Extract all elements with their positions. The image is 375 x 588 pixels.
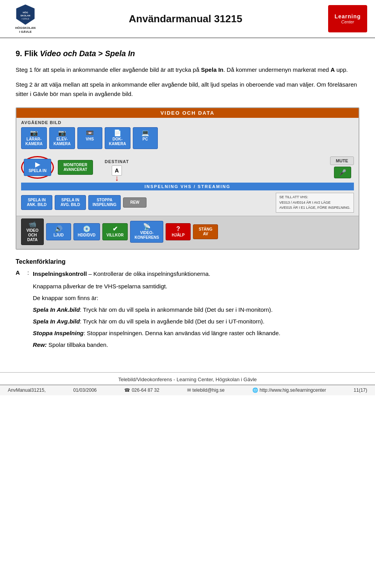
footer-website: http://www.hig.se/learningcenter <box>252 387 326 393</box>
camera-icon: 📷 <box>30 130 38 136</box>
legend-extra-6: Rew: Spolar tillbaka banden. <box>33 340 359 350</box>
legend-extra-2: De knappar som finns är: <box>33 293 359 303</box>
legend-extra-3: Spela In Ank.bild: Tryck här om du vill … <box>33 305 359 314</box>
ui-mute-button[interactable]: 🎤 <box>334 167 351 178</box>
ui-spela-in-circle: ▶ SPELA IN <box>21 156 54 179</box>
ui-btn-ljud[interactable]: 🔊 LJUD <box>46 223 71 240</box>
page-header: HÖG SKOLAN I GÄVLE HÖGSKOLAN I GÄVLE Anv… <box>0 0 375 38</box>
pc-icon: 💻 <box>141 130 149 136</box>
camera-icon-2: 📷 <box>58 130 66 136</box>
ui-btn-vhs[interactable]: 📼 VHS <box>77 127 102 149</box>
legend-section: Teckenförklaring A : Inspelningskontroll… <box>16 258 359 350</box>
ui-btn-dok-kamera[interactable]: 📄 DOK-KAMERA <box>105 127 130 149</box>
ui-btn-hjalp[interactable]: ? HJÄLP <box>166 223 191 240</box>
ui-btn-video-konferens[interactable]: 📡 VIDEO-KONFERENS <box>130 221 163 243</box>
svg-text:HÖG: HÖG <box>23 11 28 14</box>
conference-icon: 📡 <box>143 224 151 230</box>
ui-btn-monitorer[interactable]: MONITORERAVANCERAT <box>58 160 93 175</box>
ui-top-bar: VIDEO OCH DATA <box>16 108 359 118</box>
vhs-icon: 📼 <box>86 130 94 136</box>
ui-middle-section: ▶ SPELA IN MONITORERAVANCERAT DESTINAT A… <box>16 153 359 180</box>
ui-bottom-row: 📹 VIDEOOCHDATA 🔊 LJUD 💿 HDD/DVD ✔ VILLKO… <box>16 216 359 249</box>
ui-insp-bar: INSPELNING VHS / STREAMING <box>21 183 354 190</box>
footer-main: Telebild/Videokonferens - Learning Cente… <box>0 372 375 385</box>
play-icon: ▶ <box>35 162 40 168</box>
ui-mute-label: MUTE <box>330 156 354 165</box>
video-icon: 📹 <box>29 221 36 227</box>
ui-btn-elev-kamera[interactable]: 📷 ELEV-KAMERA <box>49 127 75 149</box>
legend-extra-1: Knapparna påverkar de tre VHS-spelarna s… <box>33 282 359 291</box>
svg-text:SKOLAN: SKOLAN <box>20 14 30 17</box>
email-icon <box>187 387 191 393</box>
ui-mute-section: MUTE 🎤 <box>330 156 354 178</box>
ui-btn-hdd-dvd[interactable]: 💿 HDD/DVD <box>73 223 100 240</box>
footer-email: telebild@hig.se <box>187 387 225 393</box>
legend-title: Teckenförklaring <box>16 258 359 265</box>
ui-btn-spela-in-ank[interactable]: SPELA INANK. BILD <box>21 195 52 210</box>
legend-extra-5: Stoppa Inspelning: Stoppar inspelningen.… <box>33 329 359 338</box>
learning-center-badge: Learning Center <box>328 5 367 32</box>
check-icon: ✔ <box>112 226 118 232</box>
ui-insp-info: SE TILL ATT VHS: VE013 / AVE014 ÄR I AV2… <box>276 193 354 213</box>
footer-date: 01/03/2006 <box>73 387 96 393</box>
ui-btn-rew[interactable]: REW <box>123 197 146 208</box>
ui-btn-larar-kamera[interactable]: 📷 LÄRAR-KAMERA <box>21 127 47 149</box>
help-icon: ? <box>176 226 180 232</box>
doc-icon: 📄 <box>114 130 121 136</box>
legend-key-a: A <box>16 269 27 279</box>
ui-btn-stang-av[interactable]: STÄNGAV <box>193 224 218 239</box>
hogskolan-logo: HÖG SKOLAN I GÄVLE <box>16 4 35 25</box>
legend-extra-4: Spela In Avg.bild: Tryck här om du vill … <box>33 317 359 326</box>
paragraph-1: Steg 1 för att spela in ankommande eller… <box>16 65 359 75</box>
footer-phone: 026-64 87 32 <box>124 387 159 393</box>
web-icon <box>252 387 258 393</box>
footer-main-text: Telebild/Videokonferens - Learning Cente… <box>118 377 257 382</box>
svg-text:I GÄVLE: I GÄVLE <box>21 18 29 20</box>
logo-area: HÖG SKOLAN I GÄVLE HÖGSKOLAN I GÄVLE <box>8 4 43 34</box>
ui-btn-spela-in[interactable]: ▶ SPELA IN <box>24 159 51 176</box>
footer-bottom: AnvManual31215, 01/03/2006 026-64 87 32 … <box>0 385 375 395</box>
ui-btn-spela-in-avg[interactable]: SPELA INAVG. BILD <box>55 195 86 210</box>
footer-doc-name: AnvManual31215, <box>8 387 46 393</box>
ui-letter-a-container: A ↓ <box>112 165 122 176</box>
section-title: 9. Flik Video och Data > Spela In <box>16 49 359 58</box>
disc-icon: 💿 <box>83 226 91 232</box>
ui-screenshot: VIDEO OCH DATA AVGÅENDE BILD 📷 LÄRAR-KAM… <box>16 107 359 250</box>
logo-text: HÖGSKOLAN I GÄVLE <box>15 26 36 34</box>
sound-icon: 🔊 <box>55 226 62 232</box>
ui-btn-pc[interactable]: 💻 PC <box>133 127 158 149</box>
microphone-icon: 🎤 <box>339 169 346 176</box>
phone-icon <box>124 387 130 393</box>
ui-insp-row: SPELA INANK. BILD SPELA INAVG. BILD STOP… <box>16 190 359 216</box>
page-title: Användarmanual 31215 <box>43 13 328 25</box>
main-content: 9. Flik Video och Data > Spela In Steg 1… <box>0 38 375 361</box>
legend-colon: : <box>27 269 33 279</box>
arrow-down-icon: ↓ <box>115 174 119 183</box>
ui-btn-villkor[interactable]: ✔ VILLKOR <box>102 223 128 240</box>
footer-page: 11(17) <box>354 387 367 393</box>
ui-btn-stoppa-insp[interactable]: STOPPAINSPELNING <box>88 195 121 210</box>
ui-btn-video-och-data[interactable]: 📹 VIDEOOCHDATA <box>21 219 44 245</box>
ui-destinat-label: DESTINAT <box>105 159 129 164</box>
legend-row-a: A : Inspelningskontroll – Kontrollerar d… <box>16 269 359 279</box>
ui-destinat-area: DESTINAT A ↓ <box>105 159 129 176</box>
legend-block: Knapparna påverkar de tre VHS-spelarna s… <box>33 282 359 350</box>
paragraph-2: Steg 2 är att välja mellan att spela in … <box>16 80 359 99</box>
ui-avgaende-label: AVGÅENDE BILD <box>16 118 359 126</box>
legend-value-a: Inspelningskontroll – Kontrollerar de ol… <box>33 269 210 279</box>
ui-avgaende-buttons: 📷 LÄRAR-KAMERA 📷 ELEV-KAMERA 📼 VHS 📄 DOK… <box>16 126 359 153</box>
